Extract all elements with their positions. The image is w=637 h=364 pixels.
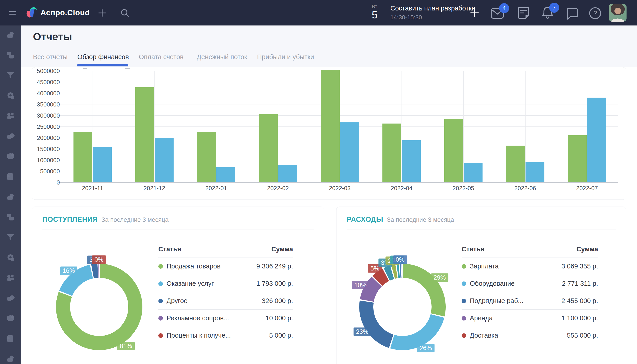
chat-icon[interactable] <box>566 7 578 20</box>
row-label: Зарплата <box>470 262 562 270</box>
receipts-table: Статья Сумма Продажа товаров9 306 249 р.… <box>158 246 293 344</box>
bar-blue-2021-11 <box>93 147 112 182</box>
row-label: Подрядные раб... <box>470 297 562 304</box>
sidebar-nav <box>0 26 21 364</box>
table-row[interactable]: Подрядные раб...2 455 000 р. <box>462 292 598 310</box>
sidebar-icon-1[interactable] <box>6 30 16 40</box>
add-event-icon[interactable] <box>470 8 480 19</box>
bell-badge: 7 <box>549 3 559 13</box>
brand-logo-icon[interactable] <box>26 6 38 20</box>
y-axis-tick-label: 3000000 <box>32 112 60 119</box>
sidebar-icon-12[interactable] <box>6 253 16 263</box>
row-label: Проценты к получе... <box>166 332 269 339</box>
sidebar-icon-11[interactable] <box>6 233 16 243</box>
expenses-table: Статья Сумма Зарплата3 069 355 р.Оборудо… <box>462 246 598 344</box>
sidebar-icon-13[interactable] <box>6 273 16 283</box>
donut-percent-label: 10% <box>352 281 369 290</box>
sidebar-icon-5[interactable] <box>6 111 16 121</box>
column-header-item: Статья <box>158 246 181 253</box>
help-icon[interactable]: ? <box>589 7 602 20</box>
calendar-date[interactable]: Вт 5 <box>372 4 378 20</box>
tab-profit-loss[interactable]: Прибыли и убытки <box>257 53 314 61</box>
svg-text:?: ? <box>593 9 597 17</box>
row-value: 2 455 000 р. <box>562 297 598 304</box>
mail-icon[interactable]: 4 <box>490 6 504 20</box>
sidebar-icon-15[interactable] <box>6 314 16 324</box>
hamburger-menu-icon[interactable] <box>9 10 16 16</box>
y-axis-tick-label: 4500000 <box>32 79 60 86</box>
donut-slice-4[interactable] <box>99 264 99 278</box>
search-icon[interactable] <box>120 8 130 19</box>
bell-icon[interactable]: 7 <box>541 6 554 20</box>
tab-finance-overview[interactable]: Обзор финансов <box>77 53 129 61</box>
y-axis-tick-label: 1500000 <box>32 146 60 153</box>
sidebar-icon-9[interactable] <box>6 192 16 202</box>
receipts-title: ПОСТУПЛЕНИЯ <box>42 216 98 224</box>
table-row[interactable]: Оборудование2 771 311 р. <box>462 275 598 292</box>
legend-dot-icon <box>158 264 163 269</box>
donut-slice-2[interactable] <box>359 300 393 348</box>
sidebar-icon-8[interactable] <box>6 172 16 182</box>
table-row[interactable]: Аренда1 100 000 р. <box>462 310 598 327</box>
calendar-day: 5 <box>372 10 378 20</box>
active-tab-underline <box>77 64 128 66</box>
app-root: Аспро.Cloud Вт 5 Составить план разработ… <box>0 0 637 364</box>
calendar-event[interactable]: Составить план разработки 14:30-15:30 <box>390 4 475 21</box>
sidebar-icon-7[interactable] <box>6 152 16 162</box>
y-axis-tick-label: 3500000 <box>32 101 60 108</box>
divider <box>42 230 314 230</box>
bar-blue-2022-05 <box>464 163 482 182</box>
event-title: Составить план разработки <box>390 4 475 12</box>
table-row[interactable]: Рекламное сопров...10 000 р. <box>158 310 293 327</box>
donut-slice-9[interactable] <box>402 264 402 278</box>
table-row[interactable]: Продажа товаров9 306 249 р. <box>158 258 293 275</box>
sidebar-icon-2[interactable] <box>6 50 16 60</box>
row-value: 2 771 311 р. <box>562 280 598 287</box>
legend-dot-icon <box>462 264 466 269</box>
legend-dot-icon <box>462 282 466 286</box>
legend-dot-icon <box>462 299 466 303</box>
row-label: Другое <box>166 297 262 304</box>
legend-dot-icon <box>158 333 163 338</box>
sidebar-icon-10[interactable] <box>6 212 16 222</box>
bar-blue-2022-03 <box>340 122 359 182</box>
bar-green-2022-03 <box>321 70 340 182</box>
mail-badge: 4 <box>499 3 509 13</box>
tab-invoice-payment[interactable]: Оплата счетов <box>139 53 184 61</box>
table-row[interactable]: Доставка555 000 р. <box>462 327 598 344</box>
table-row[interactable]: Другое326 000 р. <box>158 292 293 310</box>
legend-dot-icon <box>158 316 163 320</box>
x-axis-label: 2022-03 <box>315 185 365 192</box>
row-label: Оказание услуг <box>166 280 256 287</box>
table-row[interactable]: Оказание услуг1 793 000 р. <box>158 275 293 292</box>
user-avatar[interactable] <box>609 4 626 22</box>
receipts-subtitle: За последние 3 месяца <box>102 216 168 223</box>
legend-dot-icon <box>462 333 466 338</box>
y-axis-tick-label: 2500000 <box>32 123 60 130</box>
bar-green-2022-04 <box>382 124 401 182</box>
donut-slice-8[interactable] <box>400 264 401 278</box>
sidebar-icon-17[interactable] <box>6 354 16 364</box>
tab-cash-flow[interactable]: Денежный поток <box>197 53 247 61</box>
table-row[interactable]: Зарплата3 069 355 р. <box>462 258 598 275</box>
bar-green-2022-07 <box>568 135 587 182</box>
bar-green-2022-02 <box>259 114 278 182</box>
tab-all-reports[interactable]: Все отчёты <box>33 53 68 61</box>
sidebar-icon-3[interactable] <box>6 71 16 81</box>
table-row[interactable]: Проценты к получе...5 000 р. <box>158 327 293 344</box>
sidebar-icon-4[interactable] <box>6 91 16 101</box>
bar-blue-2022-02 <box>278 165 297 182</box>
sidebar-icon-6[interactable] <box>6 132 16 142</box>
expenses-title: РАСХОДЫ <box>347 216 383 224</box>
vertical-gridline <box>216 71 216 182</box>
donut-slice-0[interactable] <box>403 264 446 316</box>
legend-dot-icon <box>462 316 466 320</box>
y-axis-tick-label: 500000 <box>32 168 60 175</box>
sidebar-icon-14[interactable] <box>6 294 16 304</box>
create-icon[interactable] <box>98 9 106 18</box>
bar-blue-2022-06 <box>526 162 544 182</box>
donut-slice-3[interactable] <box>98 264 99 278</box>
brand-name[interactable]: Аспро.Cloud <box>40 8 90 17</box>
note-icon[interactable] <box>517 6 530 20</box>
sidebar-icon-16[interactable] <box>6 334 16 344</box>
